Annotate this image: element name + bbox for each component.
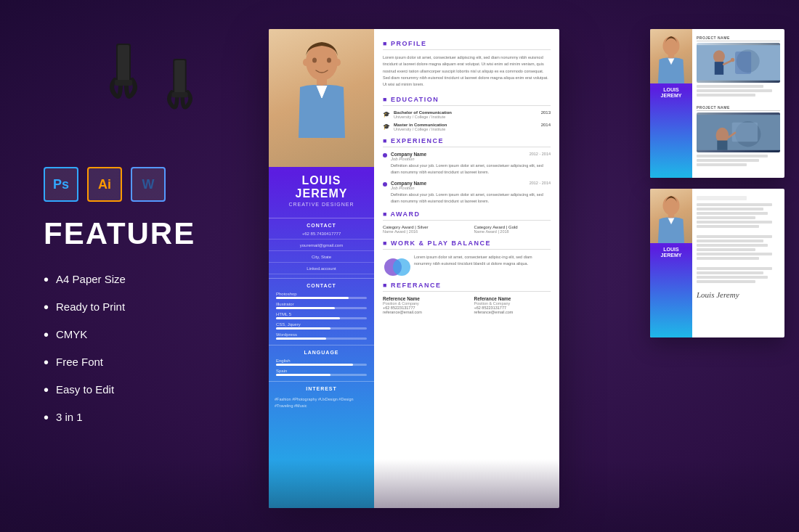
cv-photo [269,29,374,167]
software-icons-row: Ps Ai W [44,167,247,202]
person-figure [285,36,358,167]
feature-item-2: Ready to Print [44,293,247,321]
cv-skills-list: Photoshop Illustrator HTML 5 CSS, Jquery… [269,290,374,341]
preview-photo-1 [697,43,780,83]
svg-rect-5 [172,92,188,97]
svg-rect-18 [735,52,751,74]
cv-skill-cssjquery: CSS, Jquery [269,321,374,331]
feature-item-4: Free Font [44,348,247,376]
svg-point-21 [731,58,734,62]
cv-ref-1: Reference Name Position & Company +62 85… [383,296,460,314]
preview-card-2: LOUISJEREMY [650,189,784,337]
cv-name-area: LOUIS JEREMY CREATIVE DESIGNER [269,167,374,214]
cv-email: youremail@gmail.com [269,242,374,251]
preview-1-sidebar: LOUISJEREMY [650,29,692,178]
svg-rect-1 [118,45,129,82]
cv-lang-spain: Spain [269,367,374,377]
left-feature-panel: Ps Ai W FEATURE A4 Paper Size Ready to P… [44,167,247,431]
feature-item-3: CMYK [44,321,247,348]
cv-reference-title: ■ REFERANCE [383,282,551,292]
cv-city: City, State [269,253,374,263]
cv-sidebar: LOUIS JEREMY CREATIVE DESIGNER CONTACT +… [269,29,374,508]
cv-wpb-section: ■ WORK & PLAY BALANCE Lorem ipsum dolor … [383,240,551,276]
preview-section-1: PROJECT NAME [697,36,780,41]
clips-decoration [58,44,203,138]
svg-point-11 [335,59,341,66]
cv-edu-item-1: 🎓 Bachelor of Communication University /… [383,110,551,119]
photoshop-icon: Ps [44,167,78,202]
feature-list: A4 Paper Size Ready to Print CMYK Free F… [44,266,247,431]
cv-exp-item-1: Company Name Job Position 2012 - 2014 De… [383,152,551,176]
preview-2-content: Louis Jeremy [692,189,784,337]
cv-award-section: ■ AWARD Category Award | Silver Name Awa… [383,210,551,234]
preview-img-1 [697,43,780,83]
cv-wpb-text: Lorem ipsum dolor sit amet, consectetuer… [414,254,551,267]
cv-skills-label: CONTACT [269,278,374,290]
preview-2-signature: Louis Jeremy [697,290,780,299]
cv-profile-title: ■ PROFILE [383,40,551,50]
cv-award-title: ■ AWARD [383,210,551,221]
preview-section-2: PROJECT NAME [697,105,780,111]
cv-ref-row: Reference Name Position & Company +62 85… [383,296,551,314]
cv-phone: +62 85.7430417777 [269,230,374,240]
cv-linkedin: Linked.account [269,265,374,274]
svg-rect-20 [715,62,723,75]
cv-skill-illustrator: Illustrator [269,300,374,311]
svg-rect-2 [115,80,132,86]
feature-item-1: A4 Paper Size [44,266,247,293]
cv-name: LOUIS JEREMY [275,174,368,200]
cv-reference-section: ■ REFERANCE Reference Name Position & Co… [383,282,551,314]
cv-skill-photoshop: Photoshop [269,290,374,300]
cv-contact-label: CONTACT [269,218,374,230]
cv-venn-diagram [383,254,408,276]
preview-2-photo [650,189,692,243]
preview-1-person [653,33,689,83]
preview-1-content: PROJECT NAME [692,29,784,178]
cv-job-title: CREATIVE DESIGNER [275,202,368,207]
cv-document: LOUIS JEREMY CREATIVE DESIGNER CONTACT +… [269,29,559,508]
right-previews: LOUISJEREMY PROJECT NAME [650,29,784,337]
cv-award-2: Category Award | Gold Name Award | 2018 [474,225,551,234]
clip-right-icon [160,58,200,116]
cv-interest-label: INTEREST [269,381,374,393]
cv-education-title: ■ EDUCATION [383,96,551,106]
feature-item-5: Easy to Edit [44,376,247,404]
cv-lang-english: English [269,357,374,367]
word-icon: W [131,167,166,202]
svg-point-9 [327,58,331,63]
svg-point-13 [393,258,410,276]
feature-item-6: 3 in 1 [44,404,247,431]
cv-ref-2: Referance Name Position & Company +62 85… [474,296,551,314]
svg-rect-4 [174,60,185,94]
preview-2-sidebar: LOUISJEREMY [650,189,692,337]
cv-profile-text: Lorem ipsum dolor sit amet, consectetuer… [383,54,551,89]
preview-1-name: LOUISJEREMY [650,83,692,102]
cv-interests: #Fashion #Photography #UxDesign #Design … [269,393,374,412]
cv-profile-section: ■ PROFILE Lorem ipsum dolor sit amet, co… [383,40,551,89]
svg-point-8 [312,58,317,63]
cv-wpb-title: ■ WORK & PLAY BALANCE [383,240,551,250]
cv-skill-html5: HTML 5 [269,311,374,321]
cv-experience-title: ■ EXPERIENCE [383,137,551,147]
cv-experience-section: ■ EXPERIENCE Company Name Job Position 2… [383,137,551,205]
preview-photo-2 [697,112,780,152]
cv-main-content: ■ PROFILE Lorem ipsum dolor sit amet, co… [374,29,559,508]
cv-language-label: LANGUAGE [269,345,374,357]
svg-point-14 [662,36,679,55]
cv-education-section: ■ EDUCATION 🎓 Bachelor of Communication … [383,96,551,131]
svg-point-19 [713,50,725,63]
svg-rect-26 [717,141,727,150]
preview-1-photo [650,29,692,83]
cv-award-row: Category Award | Silver Name Award | 201… [383,225,551,234]
preview-card-1: LOUISJEREMY PROJECT NAME [650,29,784,178]
svg-point-27 [662,196,679,215]
preview-2-person [653,192,689,243]
illustrator-icon: Ai [87,167,122,202]
feature-title: FEATURE [44,216,247,251]
preview-2-name: LOUISJEREMY [650,243,692,261]
cv-award-1: Category Award | Silver Name Award | 201… [383,225,460,234]
cv-exp-item-2: Company Name Job Position 2012 - 2014 De… [383,181,551,205]
cv-edu-item-2: 🎓 Master in Communication University / C… [383,123,551,131]
svg-point-10 [303,59,309,66]
clip-left-icon [102,44,145,105]
